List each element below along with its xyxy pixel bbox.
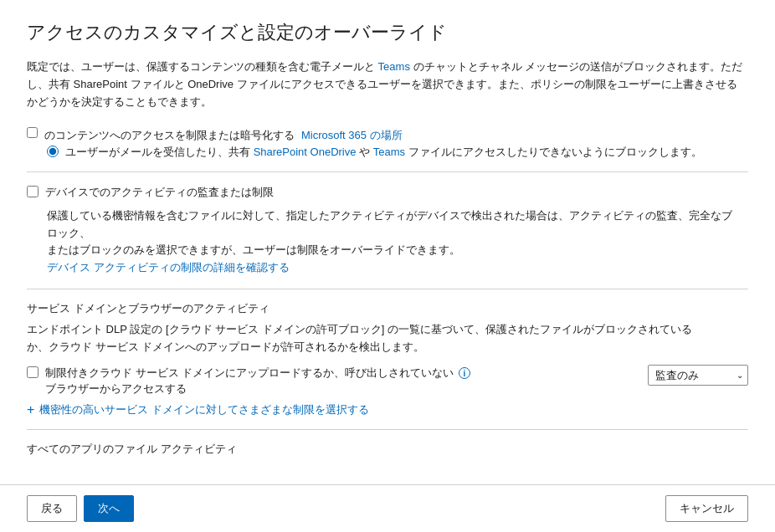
service-domain-description: エンドポイント DLP 設定の [クラウド サービス ドメインの許可ブロック] … xyxy=(27,321,713,356)
cloud-service-checkbox[interactable] xyxy=(27,366,38,378)
radio-label-text3: や xyxy=(357,146,373,158)
radio-group-access: ユーザーがメールを受信したり、共有 SharePoint OneDrive や … xyxy=(47,144,748,161)
divider-3 xyxy=(27,429,748,430)
next-button[interactable]: 次へ xyxy=(84,495,134,522)
desc-teams-highlight: Teams xyxy=(375,60,413,73)
radio-block[interactable] xyxy=(47,146,59,157)
divider-1 xyxy=(27,171,748,172)
page-title: アクセスのカスタマイズと設定のオーバーライド xyxy=(27,20,748,45)
radio-block-label[interactable]: ユーザーがメールを受信したり、共有 SharePoint OneDrive や … xyxy=(65,144,702,161)
cloud-service-label-block: 制限付きクラウド サービス ドメインにアップロードするか、呼び出しされていない … xyxy=(45,365,641,397)
cloud-service-label-line1: 制限付きクラウド サービス ドメインにアップロードするか、呼び出しされていない … xyxy=(45,366,470,379)
section-service-domain: サービス ドメインとブラウザーのアクティビティ エンドポイント DLP 設定の … xyxy=(27,301,748,417)
onedrive-highlight: OneDrive xyxy=(311,146,357,158)
device-detail-link[interactable]: デバイス アクティビティの制限の詳細を確認する xyxy=(47,261,290,274)
desc-part1: 既定では、ユーザーは、保護するコンテンツの種類を含む電子メールと xyxy=(27,60,375,73)
divider-2 xyxy=(27,289,748,289)
location-text: Microsoft 365 の場所 xyxy=(301,129,403,141)
section-access-restriction: のコンテンツへのアクセスを制限または暗号化する Microsoft 365 の場… xyxy=(27,127,748,160)
cloud-service-row: 制限付きクラウド サービス ドメインにアップロードするか、呼び出しされていない … xyxy=(27,365,748,397)
access-restriction-checkbox[interactable] xyxy=(27,127,38,138)
cloud-label-text1: 制限付きクラウド サービス ドメインにアップロードするか、呼び出しされていない xyxy=(45,366,454,379)
footer: 戻る 次へ キャンセル xyxy=(0,484,775,532)
plus-icon: + xyxy=(27,403,34,417)
teams-highlight: Teams xyxy=(373,146,405,158)
radio-label-text: ユーザーがメールを受信したり、共有 xyxy=(65,146,254,158)
add-domain-row[interactable]: + 機密性の高いサービス ドメインに対してさまざまな制限を選択する xyxy=(27,402,748,417)
cloud-service-label-line2: ブラウザーからアクセスする xyxy=(45,382,187,395)
checkbox-row-device: デバイスでのアクティビティの監査または制限 xyxy=(27,184,748,201)
radio-label-text4: ファイルにアクセスしたりできないようにブロックします。 xyxy=(405,146,702,158)
access-restriction-label-block: のコンテンツへのアクセスを制限または暗号化する Microsoft 365 の場… xyxy=(44,127,748,144)
main-content: アクセスのカスタマイズと設定のオーバーライド 既定では、ユーザーは、保護するコン… xyxy=(0,0,775,484)
all-apps-subtitle: すべてのアプリのファイル アクティビティ xyxy=(27,442,748,457)
section-all-apps: すべてのアプリのファイル アクティビティ xyxy=(27,442,748,457)
footer-left-buttons: 戻る 次へ xyxy=(27,495,134,522)
dropdown-section: 監査のみブロックブロックと上書き ⌄ xyxy=(648,365,748,386)
device-desc-line1: 保護している機密情報を含むファイルに対して、指定したアクティビティがデバイスで検… xyxy=(47,209,732,239)
audit-dropdown[interactable]: 監査のみブロックブロックと上書き xyxy=(648,365,748,386)
audit-dropdown-container: 監査のみブロックブロックと上書き ⌄ xyxy=(648,365,748,386)
device-desc-line2: またはブロックのみを選択できますが、ユーザーは制限をオーバーライドできます。 xyxy=(47,243,460,256)
section-device-activity: デバイスでのアクティビティの監査または制限 保護している機密情報を含むファイルに… xyxy=(27,184,748,277)
cancel-button[interactable]: キャンセル xyxy=(665,495,748,522)
device-description: 保護している機密情報を含むファイルに対して、指定したアクティビティがデバイスで検… xyxy=(47,207,733,277)
service-domain-subtitle: サービス ドメインとブラウザーのアクティビティ xyxy=(27,301,748,316)
info-icon[interactable]: i xyxy=(459,367,470,379)
checkbox-row-access: のコンテンツへのアクセスを制限または暗号化する Microsoft 365 の場… xyxy=(27,127,748,144)
device-activity-label[interactable]: デバイスでのアクティビティの監査または制限 xyxy=(45,184,274,201)
sharepoint-highlight: SharePoint xyxy=(254,146,307,158)
back-button[interactable]: 戻る xyxy=(27,495,77,522)
access-restriction-label[interactable]: のコンテンツへのアクセスを制限または暗号化する xyxy=(44,127,295,144)
page-description: 既定では、ユーザーは、保護するコンテンツの種類を含む電子メールと Teams の… xyxy=(27,59,747,110)
add-domain-label: 機密性の高いサービス ドメインに対してさまざまな制限を選択する xyxy=(39,402,369,417)
device-activity-checkbox[interactable] xyxy=(27,186,38,197)
radio-row-block: ユーザーがメールを受信したり、共有 SharePoint OneDrive や … xyxy=(47,144,748,161)
